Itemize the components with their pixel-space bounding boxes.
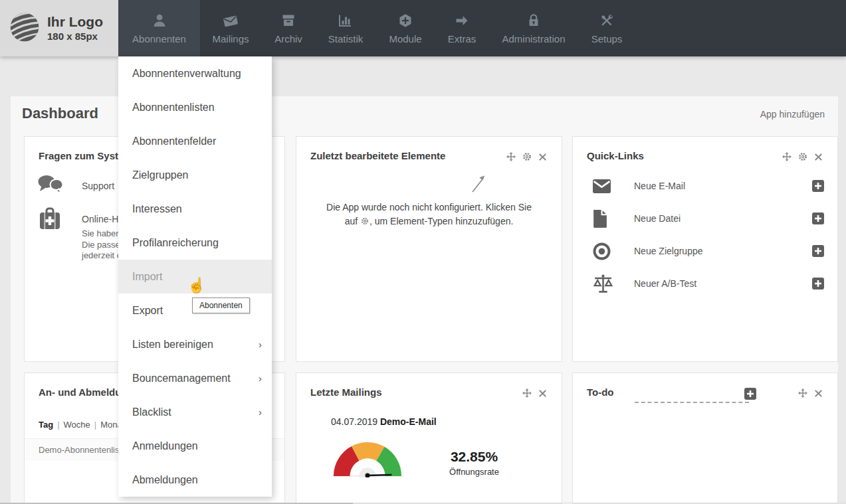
widget-title: Letzte Mailings xyxy=(310,386,382,398)
close-icon[interactable] xyxy=(538,153,547,161)
period-tabs: Tag|Woche|Monat xyxy=(39,420,124,430)
menu-item-abmeldungen[interactable]: Abmeldungen xyxy=(118,463,272,497)
nav-item-label: Administration xyxy=(502,33,565,44)
menu-item-listen-bereinigen[interactable]: Listen bereinigen› xyxy=(118,327,272,361)
menu-item-label: Profilanreicherung xyxy=(132,237,219,249)
widget-zuletzt-bearbeitete-elemente: Zuletzt bearbeitete Elemente Die App wur… xyxy=(296,136,562,362)
menu-item-label: Import xyxy=(132,271,162,283)
drag-move-icon[interactable] xyxy=(522,388,532,398)
todo-input[interactable] xyxy=(635,392,749,403)
chat-bubbles-icon xyxy=(37,174,64,198)
quick-link-label[interactable]: Neue Zielgruppe xyxy=(634,246,812,256)
tab-woche[interactable]: Woche xyxy=(64,420,90,430)
top-nav: Ihr Logo 180 x 85px Abonnenten Mailings … xyxy=(0,0,846,56)
tab-separator: | xyxy=(94,420,96,430)
widget-letzte-mailings: Letzte Mailings 04.07.2019 Demo-E-Mail 3… xyxy=(296,373,562,504)
tab-tag[interactable]: Tag xyxy=(39,420,53,430)
add-todo-button[interactable] xyxy=(744,388,756,400)
add-button[interactable] xyxy=(812,180,824,192)
scale-icon xyxy=(593,274,625,294)
add-button[interactable] xyxy=(812,212,824,224)
close-icon[interactable] xyxy=(814,153,823,161)
user-icon xyxy=(152,13,167,29)
nav-item-statistik[interactable]: Statistik xyxy=(316,0,375,56)
menu-item-label: Bouncemanagement xyxy=(132,373,231,384)
empty-state-message: Die App wurde noch nicht konfiguriert. K… xyxy=(296,201,562,229)
submenu-chevron-icon: › xyxy=(259,407,262,417)
mailing-date-line[interactable]: 04.07.2019 Demo-E-Mail xyxy=(331,416,437,427)
archive-box-icon xyxy=(280,13,296,29)
tooltip: Abonnenten xyxy=(192,297,250,313)
menu-item-abonnentenfelder[interactable]: Abonnentenfelder xyxy=(118,124,272,158)
tooltip-label: Abonnenten xyxy=(199,301,243,310)
nav-item-label: Extras xyxy=(448,33,476,44)
menu-item-blacklist[interactable]: Blacklist› xyxy=(118,395,272,429)
hand-cursor-icon: ☝ xyxy=(187,278,205,293)
oeffnungsrate-gauge xyxy=(332,440,403,480)
drag-move-icon[interactable] xyxy=(798,388,807,398)
lock-icon xyxy=(526,13,542,29)
page-title: Dashboard xyxy=(22,105,98,122)
menu-item-interessen[interactable]: Interessen xyxy=(118,192,272,226)
menu-item-label: Blacklist xyxy=(132,406,171,418)
menu-item-anmeldungen[interactable]: Anmeldungen xyxy=(118,429,272,463)
nav-item-label: Setups xyxy=(591,33,623,44)
nav-item-archiv[interactable]: Archiv xyxy=(261,0,316,56)
arrow-right-icon xyxy=(454,13,470,29)
widget-title: Zuletzt bearbeitete Elemente xyxy=(310,150,445,161)
menu-item-label: Export xyxy=(132,305,163,317)
logo[interactable]: Ihr Logo 180 x 85px xyxy=(0,0,118,56)
drag-move-icon[interactable] xyxy=(506,152,516,161)
envelope-icon xyxy=(593,179,625,193)
open-rate-value: 32.85% xyxy=(419,449,529,465)
menu-item-profilanreicherung[interactable]: Profilanreicherung xyxy=(118,226,272,260)
nav-item-label: Module xyxy=(389,33,421,44)
support-link[interactable]: Support xyxy=(82,181,114,191)
open-rate-label: Öffnungsrate xyxy=(419,467,529,477)
menu-item-zielgruppen[interactable]: Zielgruppen xyxy=(118,158,272,192)
nav-item-label: Abonnenten xyxy=(132,33,186,44)
nav-item-setups[interactable]: Setups xyxy=(579,0,635,56)
menu-item-label: Abonnentenverwaltung xyxy=(132,68,241,80)
menu-item-bouncemanagement[interactable]: Bouncemanagement› xyxy=(118,361,272,395)
quick-link-row: Neue E-Mail xyxy=(593,171,824,201)
nav-item-abonnenten[interactable]: Abonnenten xyxy=(118,0,200,56)
close-icon[interactable] xyxy=(538,389,547,398)
globe-logo-icon xyxy=(9,11,41,46)
medical-bag-icon xyxy=(39,207,61,234)
bottom-edge-line xyxy=(353,503,846,503)
bar-chart-icon xyxy=(338,13,354,29)
envelope-icon xyxy=(222,13,239,29)
gear-icon[interactable] xyxy=(522,152,532,161)
nav-item-mailings[interactable]: Mailings xyxy=(200,0,261,56)
widget-todo: To-do xyxy=(572,373,838,504)
hexagon-plus-icon xyxy=(397,13,413,29)
close-icon[interactable] xyxy=(814,389,823,398)
add-button[interactable] xyxy=(812,278,824,290)
widget-quick-links: Quick-Links Neue E-Mail Neue Datei Neue … xyxy=(572,136,838,362)
mailing-date: 04.07.2019 xyxy=(331,416,377,427)
drag-move-icon[interactable] xyxy=(782,152,792,161)
menu-item-label: Abonnentenlisten xyxy=(132,102,215,114)
menu-item-label: Abonnentenfelder xyxy=(132,135,216,147)
nav-item-module[interactable]: Module xyxy=(375,0,435,56)
nav-item-administration[interactable]: Administration xyxy=(488,0,579,56)
pointer-arrow-icon xyxy=(469,170,489,198)
quick-link-label[interactable]: Neue Datei xyxy=(634,213,812,224)
menu-item-abonnentenverwaltung[interactable]: Abonnentenverwaltung xyxy=(118,56,272,90)
target-icon xyxy=(593,242,625,260)
add-app-link[interactable]: App hinzufügen xyxy=(760,109,825,120)
nav-item-label: Statistik xyxy=(328,33,364,44)
mailing-name: Demo-E-Mail xyxy=(380,416,437,427)
menu-item-label: Listen bereinigen xyxy=(132,339,213,351)
quick-link-label[interactable]: Neue E-Mail xyxy=(634,181,812,191)
nav-item-extras[interactable]: Extras xyxy=(435,0,488,56)
nav-item-label: Mailings xyxy=(212,33,249,44)
quick-link-label[interactable]: Neuer A/B-Test xyxy=(634,278,812,289)
menu-item-abonnentenlisten[interactable]: Abonnentenlisten xyxy=(118,90,272,124)
menu-item-label: Abmeldungen xyxy=(132,474,198,486)
add-button[interactable] xyxy=(812,245,824,257)
gear-icon[interactable] xyxy=(798,152,807,161)
widget-title: To-do xyxy=(587,386,614,398)
menu-item-label: Interessen xyxy=(132,203,182,215)
